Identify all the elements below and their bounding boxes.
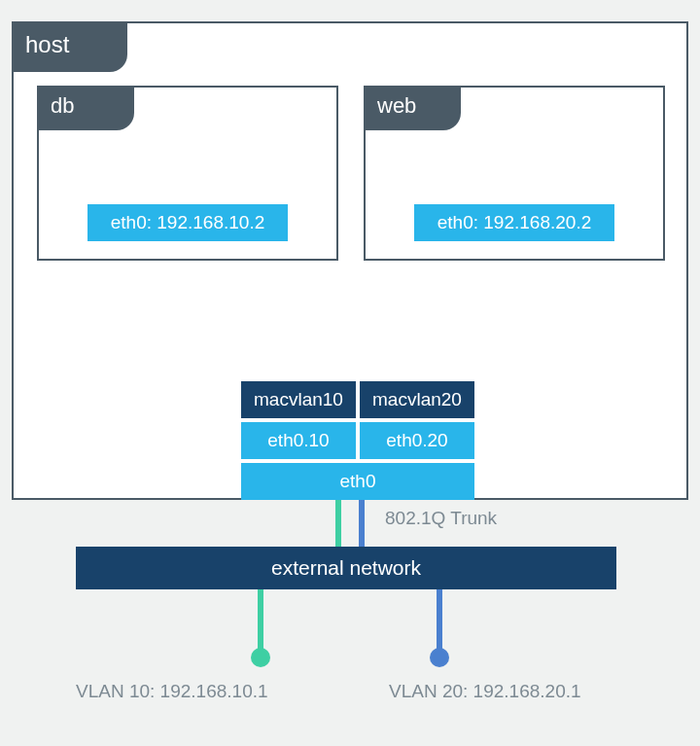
host-label: host [12,21,127,72]
vlan-20-label: VLAN 20: 192.168.20.1 [389,681,581,702]
vlan-10-label: VLAN 10: 192.168.10.1 [76,681,268,702]
host-container: host db eth0: 192.168.10.2 web eth0: 192… [12,21,688,500]
macvlan20: macvlan20 [360,381,474,418]
svg-point-0 [251,648,270,667]
macvlan10: macvlan10 [241,381,356,418]
db-container: db eth0: 192.168.10.2 [37,86,338,261]
macvlan-row: macvlan10 macvlan20 [241,381,474,418]
web-label: web [364,86,461,130]
db-label: db [37,86,134,130]
db-eth0: eth0: 192.168.10.2 [88,204,288,241]
web-eth0: eth0: 192.168.20.2 [414,204,614,241]
svg-point-1 [430,648,449,667]
subeth-row: eth0.10 eth0.20 [241,422,474,459]
external-network: external network [76,547,616,589]
eth0-20: eth0.20 [360,422,474,459]
trunk-label: 802.1Q Trunk [385,508,497,529]
web-container: web eth0: 192.168.20.2 [364,86,665,261]
eth0-interface: eth0 [241,463,474,500]
eth0-10: eth0.10 [241,422,356,459]
network-diagram: host db eth0: 192.168.10.2 web eth0: 192… [0,0,700,746]
